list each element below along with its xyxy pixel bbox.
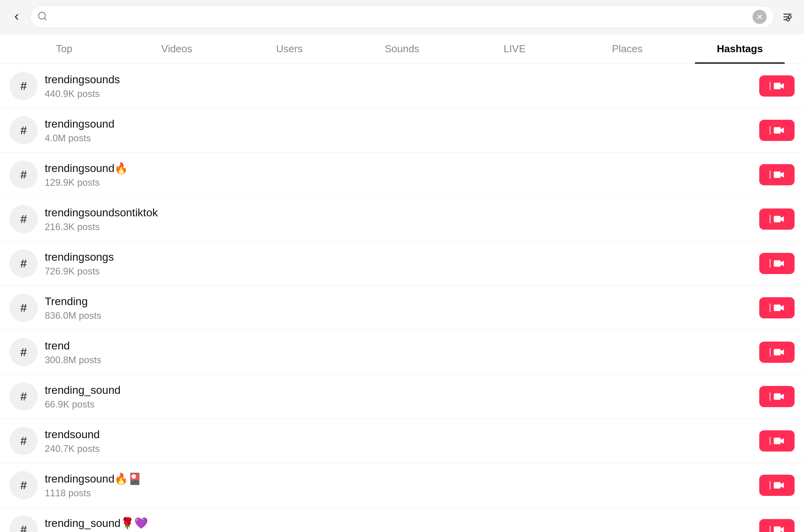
item-posts: 440.9K posts xyxy=(45,88,752,99)
search-icon xyxy=(37,11,48,23)
video-button[interactable] xyxy=(759,208,795,230)
item-name: trending_sound🌹💜 xyxy=(45,516,752,530)
list-item[interactable]: #trendingsounds440.9K posts xyxy=(0,64,804,108)
camera-icon xyxy=(774,437,785,445)
video-btn-separator xyxy=(769,303,771,312)
camera-icon xyxy=(774,126,785,134)
svg-rect-19 xyxy=(774,527,781,532)
item-posts: 1118 posts xyxy=(45,488,752,499)
list-item[interactable]: #trendsound240.7K posts xyxy=(0,419,804,463)
list-item[interactable]: #trending_sound🌹💜12.5K posts xyxy=(0,508,804,532)
list-item[interactable]: #trendingsound🔥129.9K posts xyxy=(0,153,804,197)
item-info: trend300.8M posts xyxy=(45,339,752,366)
item-info: trendingsound4.0M posts xyxy=(45,117,752,144)
video-btn-separator xyxy=(769,215,771,223)
svg-rect-17 xyxy=(774,438,781,444)
list-item[interactable]: #trendingsongs726.9K posts xyxy=(0,241,804,286)
item-posts: 836.0M posts xyxy=(45,310,752,321)
video-btn-separator xyxy=(769,259,771,268)
hashtag-icon: # xyxy=(9,205,38,233)
item-info: trendingsoundsontiktok216.3K posts xyxy=(45,206,752,232)
search-bar: Trending sounds xyxy=(30,5,774,28)
video-btn-separator xyxy=(769,481,771,490)
item-info: trending_sound66.9K posts xyxy=(45,383,752,410)
tab-videos[interactable]: Videos xyxy=(121,34,233,64)
item-name: trendingsoundsontiktok xyxy=(45,206,752,220)
hashtag-icon: # xyxy=(9,72,38,100)
video-button[interactable] xyxy=(759,297,795,318)
back-button[interactable] xyxy=(8,8,25,26)
hashtag-icon: # xyxy=(9,249,38,278)
video-button[interactable] xyxy=(759,342,795,363)
hashtag-icon: # xyxy=(9,116,38,144)
camera-icon xyxy=(774,348,785,356)
video-button[interactable] xyxy=(759,120,795,141)
item-info: Trending836.0M posts xyxy=(45,294,752,321)
item-name: trendingsound🔥🎴 xyxy=(45,472,752,486)
svg-rect-18 xyxy=(774,482,781,488)
svg-rect-14 xyxy=(774,305,781,311)
list-item[interactable]: #trendingsound🔥🎴1118 posts xyxy=(0,463,804,508)
list-item[interactable]: #trend300.8M posts xyxy=(0,330,804,375)
video-btn-separator xyxy=(769,126,771,135)
item-posts: 726.9K posts xyxy=(45,266,752,277)
item-name: trendingsound🔥 xyxy=(45,161,752,176)
video-button[interactable] xyxy=(759,475,795,496)
svg-rect-13 xyxy=(774,260,781,267)
svg-rect-16 xyxy=(774,393,781,400)
list-item[interactable]: #trending_sound66.9K posts xyxy=(0,375,804,419)
video-btn-separator xyxy=(769,82,771,90)
svg-rect-10 xyxy=(774,127,781,133)
tab-live[interactable]: LIVE xyxy=(458,34,571,64)
item-info: trending_sound🌹💜12.5K posts xyxy=(45,516,752,532)
header: Trending sounds xyxy=(0,0,804,34)
filter-button[interactable] xyxy=(779,8,796,26)
list-item[interactable]: #trendingsoundsontiktok216.3K posts xyxy=(0,197,804,241)
video-button[interactable] xyxy=(759,75,795,97)
search-input[interactable]: Trending sounds xyxy=(51,11,749,23)
camera-icon xyxy=(774,393,785,400)
item-info: trendingsound🔥🎴1118 posts xyxy=(45,472,752,499)
video-button[interactable] xyxy=(759,519,795,532)
tab-places[interactable]: Places xyxy=(571,34,683,64)
item-posts: 216.3K posts xyxy=(45,221,752,232)
camera-icon xyxy=(774,171,785,179)
item-name: trendingsounds xyxy=(45,73,752,87)
item-name: trendingsound xyxy=(45,117,752,131)
item-info: trendingsounds440.9K posts xyxy=(45,73,752,99)
camera-icon xyxy=(774,82,785,90)
hashtag-icon: # xyxy=(9,427,38,455)
svg-rect-11 xyxy=(774,172,781,178)
tab-sounds[interactable]: Sounds xyxy=(346,34,459,64)
list-item[interactable]: #trendingsound4.0M posts xyxy=(0,108,804,153)
video-button[interactable] xyxy=(759,386,795,407)
svg-point-7 xyxy=(788,16,791,18)
tab-top[interactable]: Top xyxy=(8,34,121,64)
svg-rect-9 xyxy=(774,83,781,89)
video-button[interactable] xyxy=(759,253,795,274)
video-button[interactable] xyxy=(759,164,795,185)
svg-rect-15 xyxy=(774,349,781,355)
item-name: trend xyxy=(45,339,752,353)
item-posts: 240.7K posts xyxy=(45,443,752,454)
tab-users[interactable]: Users xyxy=(233,34,346,64)
results-list: #trendingsounds440.9K posts #trendingsou… xyxy=(0,64,804,532)
tabs-bar: TopVideosUsersSoundsLIVEPlacesHashtags xyxy=(0,34,804,64)
item-info: trendsound240.7K posts xyxy=(45,428,752,454)
camera-icon xyxy=(774,304,785,312)
hashtag-icon: # xyxy=(9,338,38,366)
item-name: trendsound xyxy=(45,428,752,442)
hashtag-icon: # xyxy=(9,516,38,532)
svg-rect-12 xyxy=(774,216,781,222)
video-button[interactable] xyxy=(759,430,795,452)
svg-point-8 xyxy=(787,18,789,21)
list-item[interactable]: #Trending836.0M posts xyxy=(0,286,804,330)
clear-button[interactable] xyxy=(753,10,767,24)
video-btn-separator xyxy=(769,437,771,445)
item-name: Trending xyxy=(45,294,752,309)
tab-hashtags[interactable]: Hashtags xyxy=(683,34,796,64)
video-btn-separator xyxy=(769,525,771,532)
item-posts: 129.9K posts xyxy=(45,177,752,188)
item-posts: 66.9K posts xyxy=(45,399,752,410)
hashtag-icon: # xyxy=(9,382,38,411)
